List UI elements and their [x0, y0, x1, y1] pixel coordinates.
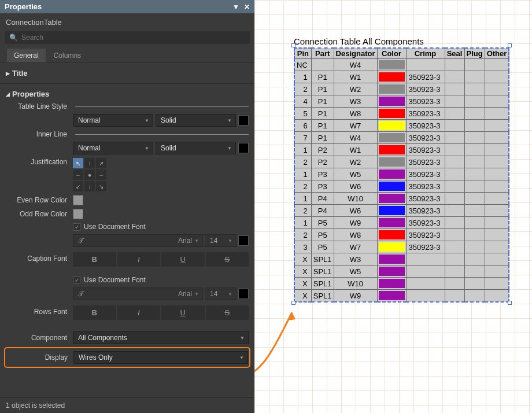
search-input[interactable] [21, 34, 245, 42]
selection-handle[interactable] [508, 301, 512, 305]
table-header: Crimp [406, 48, 445, 59]
table-row[interactable]: 4P1W3350923-3 [294, 95, 509, 108]
dropdown-rows-font-size[interactable]: 14 [205, 287, 237, 300]
table-row[interactable]: XSPL1W9 [294, 290, 509, 303]
table-cell-color [377, 83, 406, 95]
line-color-inner[interactable] [238, 143, 249, 153]
table-cell [464, 83, 485, 95]
btn-rows-strike[interactable]: S [206, 305, 249, 320]
table-row[interactable]: NCW4 [294, 59, 509, 71]
justify-top-right[interactable]: ↗ [96, 158, 106, 168]
btn-caption-underline[interactable]: U [161, 252, 205, 267]
label-caption-font: Caption Font [6, 255, 69, 263]
panel-header[interactable]: Properties ▼ ✕ [0, 0, 254, 13]
table-header: Other [485, 48, 509, 59]
justify-middle-right[interactable]: → [96, 169, 106, 180]
table-row[interactable]: 2P2W2350923-3 [294, 156, 509, 168]
table-cell: P1 [311, 71, 334, 83]
line-color-outer[interactable] [238, 115, 249, 126]
close-icon[interactable]: ✕ [244, 3, 250, 11]
table-row[interactable]: 5P1W8350923-3 [294, 108, 509, 120]
table-row[interactable]: 3P5W7350923-3 [294, 241, 509, 253]
caption-font-color[interactable] [238, 235, 249, 246]
table-row[interactable]: 2P1W2350923-3 [294, 83, 509, 95]
label-use-document-font: Use Document Font [84, 276, 146, 284]
connection-table[interactable]: PinPartDesignatorColorCrimpSealPlugOther… [294, 47, 509, 303]
justify-middle-left[interactable]: ← [73, 169, 83, 180]
label-even-row-color: Even Row Color [6, 196, 69, 204]
dropdown-rows-font-family[interactable]: 𝒯Arial [73, 287, 203, 300]
table-row[interactable]: 7P1W4350923-3 [294, 132, 509, 144]
table-cell: 350923-3 [406, 217, 445, 229]
table-cell-color [377, 95, 406, 108]
line-preview [75, 134, 249, 135]
dropdown-line-weight-inner[interactable]: Normal [73, 142, 153, 154]
table-row[interactable]: 6P1W7350923-3 [294, 120, 509, 132]
dropdown-caption-font-family[interactable]: 𝒯Arial [73, 234, 203, 247]
table-cell: 2 [294, 205, 311, 217]
dropdown-line-style-outer[interactable]: Solid [156, 114, 236, 127]
tab-general[interactable]: General [7, 49, 46, 62]
table-cell: W9 [334, 290, 377, 303]
table-cell [485, 266, 509, 278]
table-cell [445, 253, 464, 266]
selection-handle[interactable] [508, 43, 512, 47]
dropdown-component[interactable]: All Components [73, 331, 249, 344]
tab-columns[interactable]: Columns [47, 49, 88, 62]
justify-bottom-left[interactable]: ↙ [73, 181, 83, 191]
dropdown-line-weight-outer[interactable]: Normal [73, 114, 153, 127]
btn-rows-underline[interactable]: U [161, 305, 205, 320]
table-row[interactable]: 2P4W6350923-3 [294, 205, 509, 217]
table-cell [406, 253, 445, 266]
justify-top-center[interactable]: ↑ [84, 158, 95, 168]
table-cell [485, 71, 509, 83]
table-cell [445, 156, 464, 168]
rows-font-color[interactable] [238, 289, 249, 299]
justify-middle-center[interactable]: ● [84, 169, 95, 180]
table-row[interactable]: 2P3W6350923-3 [294, 180, 509, 193]
table-cell [445, 168, 464, 180]
btn-caption-italic[interactable]: I [117, 252, 161, 267]
table-row[interactable]: 1P5W9350923-3 [294, 217, 509, 229]
dropdown-line-style-inner[interactable]: Solid [156, 142, 236, 154]
table-row[interactable]: 2P5W8350923-3 [294, 229, 509, 241]
btn-caption-strike[interactable]: S [206, 252, 249, 267]
table-cell [485, 108, 509, 120]
btn-rows-bold[interactable]: B [73, 305, 116, 320]
tabs: General Columns [0, 49, 254, 63]
justify-bottom-center[interactable]: ↓ [84, 181, 95, 191]
table-cell: 1 [294, 168, 311, 180]
table-cell [485, 217, 509, 229]
table-row[interactable]: 1P2W1350923-3 [294, 144, 509, 156]
dropdown-caption-font-size[interactable]: 14 [205, 234, 237, 247]
table-row[interactable]: XSPL1W5 [294, 266, 509, 278]
table-row[interactable]: 1P4W10350923-3 [294, 193, 509, 205]
odd-row-color-swatch[interactable] [73, 209, 83, 219]
checkbox-use-document-font-rows[interactable]: ✓ [73, 276, 80, 284]
pin-icon[interactable]: ▼ [232, 3, 239, 11]
table-cell: 2 [294, 229, 311, 241]
search-input-row[interactable]: 🔍 [5, 31, 250, 44]
table-cell: 1 [294, 144, 311, 156]
justify-top-left[interactable]: ↖ [73, 158, 83, 168]
dropdown-value: Solid [161, 144, 176, 152]
selection-handle[interactable] [291, 301, 295, 305]
table-cell: P2 [311, 144, 334, 156]
selection-handle[interactable] [291, 43, 295, 47]
table-cell: 2 [294, 83, 311, 95]
checkbox-use-document-font-caption[interactable]: ✓ [73, 223, 80, 231]
table-row[interactable]: 1P3W5350923-3 [294, 168, 509, 180]
dropdown-display[interactable]: Wires Only [73, 351, 248, 364]
section-title-header[interactable]: ▶ Title [6, 67, 249, 80]
section-properties-header[interactable]: ◢ Properties [6, 87, 249, 101]
table-cell [445, 132, 464, 144]
connection-table-object[interactable]: Connection Table All Components PinPartD… [294, 36, 509, 303]
btn-rows-italic[interactable]: I [117, 305, 161, 320]
table-cell [464, 180, 485, 193]
justify-bottom-right[interactable]: ↘ [96, 181, 106, 191]
even-row-color-swatch[interactable] [73, 195, 83, 205]
table-row[interactable]: 1P1W1350923-3 [294, 71, 509, 83]
btn-caption-bold[interactable]: B [73, 252, 116, 267]
table-row[interactable]: XSPL1W3 [294, 253, 509, 266]
table-row[interactable]: XSPL1W10 [294, 278, 509, 290]
